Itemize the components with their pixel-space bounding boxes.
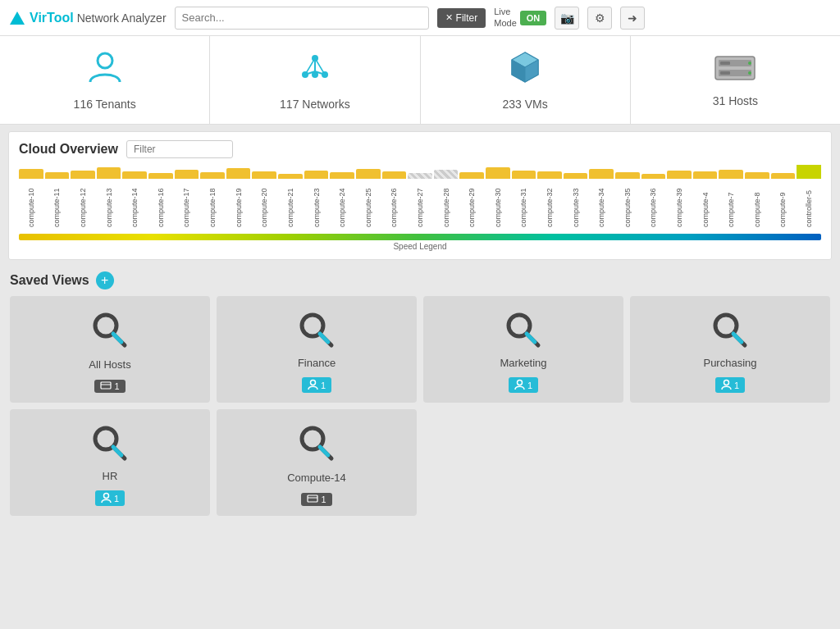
settings-button[interactable]: ⚙ [587, 7, 612, 30]
chart-column[interactable]: compute-4 [693, 171, 718, 227]
chart-column[interactable]: compute-32 [537, 171, 562, 227]
chart-column[interactable]: compute-24 [330, 172, 354, 227]
chart-column[interactable]: compute-39 [667, 171, 692, 227]
chart-column[interactable]: compute-33 [564, 173, 588, 227]
stat-card-tenants[interactable]: 116 Tenants [0, 36, 210, 124]
chart-column[interactable]: compute-20 [252, 171, 276, 227]
chart-bar [486, 167, 510, 179]
speed-legend-label: Speed Legend [19, 242, 821, 251]
svg-point-37 [724, 381, 728, 385]
cloud-overview-filter[interactable] [126, 140, 233, 158]
badge-count: 1 [321, 381, 326, 390]
saved-view-card[interactable]: Purchasing 1 [630, 296, 830, 403]
filter-button[interactable]: ✕ Filter [437, 8, 486, 28]
chart-label: compute-11 [52, 182, 61, 227]
chart-bar [641, 174, 666, 179]
saved-view-card[interactable]: All Hosts 1 [10, 296, 210, 403]
chart-column[interactable]: compute-16 [148, 173, 173, 227]
chart-column[interactable]: compute-35 [615, 172, 640, 227]
chart-bar [226, 168, 251, 179]
chart-bar [459, 172, 484, 179]
vm-icon [507, 49, 543, 93]
chart-column[interactable]: compute-7 [719, 170, 743, 227]
chart-label: compute-9 [778, 182, 787, 227]
speed-legend-bar [19, 234, 821, 240]
add-saved-view-button[interactable]: + [96, 271, 114, 289]
badge-icon [101, 492, 112, 504]
live-toggle-button[interactable]: ON [520, 11, 547, 25]
chart-column[interactable]: controller-5 [797, 165, 821, 227]
chart-column[interactable]: compute-23 [304, 171, 329, 227]
chart-column[interactable]: compute-12 [71, 171, 95, 227]
view-card-name: All Hosts [89, 358, 130, 371]
chart-column[interactable]: compute-17 [175, 170, 199, 227]
chart-bar [19, 169, 43, 179]
chart-column[interactable]: compute-11 [45, 172, 70, 227]
chart-label: compute-27 [416, 182, 424, 227]
logout-button[interactable]: ➜ [620, 7, 645, 30]
search-input[interactable] [175, 7, 429, 30]
saved-view-card[interactable]: HR 1 [10, 409, 210, 516]
tenant-icon [87, 49, 123, 93]
chart-bar [615, 172, 640, 179]
chart-column[interactable]: compute-25 [356, 169, 381, 227]
logo-subtitle: Network Analyzer [77, 11, 167, 25]
logout-icon: ➜ [628, 11, 637, 25]
chart-bar [589, 169, 614, 179]
saved-views-title: Saved Views [10, 273, 89, 288]
chart-label: compute-7 [727, 182, 735, 227]
chart-column[interactable]: compute-27 [408, 173, 432, 227]
chart-bar [252, 171, 276, 179]
header: VirTool Network Analyzer ✕ Filter Live M… [0, 0, 840, 36]
chart-column[interactable]: compute-10 [19, 169, 43, 227]
chart-label: compute-14 [130, 182, 139, 227]
chart-label: compute-31 [519, 182, 527, 227]
chart-column[interactable]: compute-19 [226, 168, 251, 227]
chart-label: compute-20 [260, 182, 268, 227]
saved-view-card[interactable]: Finance 1 [217, 296, 417, 403]
search-icon-large [89, 309, 131, 352]
chart-label: compute-28 [442, 182, 450, 227]
chart-column[interactable]: compute-18 [200, 172, 225, 227]
stat-card-networks[interactable]: 117 Networks [210, 36, 420, 124]
chart-column[interactable]: compute-8 [745, 172, 769, 227]
chart-label: compute-30 [494, 182, 502, 227]
chart-label: compute-4 [701, 182, 710, 227]
camera-button[interactable]: 📷 [555, 7, 579, 30]
chart-column[interactable]: compute-34 [589, 169, 614, 227]
search-icon-large [295, 309, 338, 352]
chart-column[interactable]: compute-26 [382, 171, 407, 227]
stat-card-hosts[interactable]: 31 Hosts [631, 36, 840, 124]
chart-label: compute-25 [364, 182, 372, 227]
chart-bar [512, 171, 536, 179]
saved-view-card[interactable]: Compute-14 1 [217, 409, 417, 516]
cloud-chart: compute-10compute-11compute-12compute-13… [19, 165, 821, 230]
chart-column[interactable]: compute-36 [641, 174, 666, 227]
svg-point-18 [748, 71, 751, 75]
chart-column[interactable]: compute-31 [512, 171, 536, 227]
view-badge: 1 [509, 377, 538, 393]
gear-icon: ⚙ [595, 11, 605, 25]
chart-column[interactable]: compute-29 [459, 172, 484, 227]
svg-point-41 [103, 494, 108, 499]
view-badge: 1 [95, 490, 125, 506]
saved-views-grid: All Hosts 1 Finance 1 Marketing 1 Purcha… [2, 293, 838, 524]
chart-column[interactable]: compute-9 [771, 173, 796, 227]
svg-rect-19 [720, 62, 730, 65]
logo-triangle [10, 11, 25, 25]
chart-label: compute-10 [27, 182, 35, 227]
chart-column[interactable]: compute-30 [486, 167, 510, 227]
badge-count: 1 [114, 494, 119, 504]
view-badge: 1 [302, 377, 331, 393]
chart-column[interactable]: compute-14 [122, 171, 147, 227]
chart-label: compute-18 [208, 182, 217, 227]
live-mode-label: Live Mode [494, 7, 517, 28]
chart-column[interactable]: compute-21 [278, 174, 303, 227]
chart-column[interactable]: compute-13 [97, 167, 121, 227]
chart-bar [278, 174, 303, 179]
chart-column[interactable]: compute-28 [434, 170, 459, 227]
saved-view-card[interactable]: Marketing 1 [423, 296, 623, 403]
chart-label: compute-32 [546, 182, 554, 227]
stat-card-vms[interactable]: 233 VMs [421, 36, 631, 124]
chart-bar [97, 167, 121, 179]
